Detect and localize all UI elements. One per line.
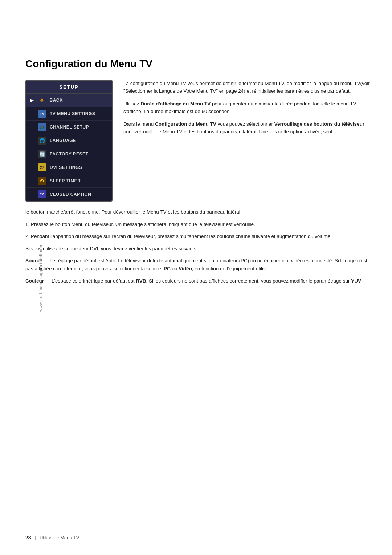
couleur-text: L'espace colorimétrique par défaut est (52, 278, 136, 284)
menu-item-tv-menu-settings[interactable]: TV TV MENU SETTINGS (26, 107, 112, 121)
footer-label: Utiliser le Menu TV (40, 535, 79, 540)
back-label: BACK (50, 98, 63, 103)
menu-item-dvi-settings[interactable]: 27 DVI SETTINGS (26, 161, 112, 174)
right-para3: Dans le menu Configuration du Menu TV vo… (123, 121, 370, 136)
page-content: Configuration du Menu TV SETUP ▶ ⚙ BACK … (25, 0, 370, 311)
source-ou: ou (171, 266, 179, 271)
para2-prefix: Utilisez (123, 101, 140, 106)
menu-mockup: SETUP ▶ ⚙ BACK TV TV MENU SETTINGS 📺 CHA… (25, 80, 113, 202)
dvi-settings-icon: 27 (38, 163, 46, 171)
step2-text: 2. Pendant l'apparition du message sur l… (25, 232, 370, 240)
tv-menu-settings-label: TV MENU SETTINGS (50, 111, 95, 116)
language-icon: 🌐 (38, 137, 46, 145)
couleur-end: . (361, 278, 363, 284)
menu-item-language[interactable]: 🌐 LANGUAGE (26, 134, 112, 147)
factory-reset-label: FACTORY RESET (50, 151, 88, 157)
tv-menu-icon: TV (38, 110, 46, 118)
sleep-timer-label: SLEEP TIMER (50, 178, 81, 183)
couleur-rvb: RVB (136, 278, 146, 284)
right-column: La configuration du Menu TV vous permet … (123, 80, 370, 141)
para3-middle: vous pouvez sélectionner (216, 121, 274, 127)
closed-caption-icon: CC (38, 190, 46, 198)
page-title: Configuration du Menu TV (25, 58, 370, 70)
menu-item-back[interactable]: ▶ ⚙ BACK (26, 94, 112, 107)
para3-suffix: pour verrouiller le Menu TV et les bouto… (123, 129, 332, 134)
page-number: 28 (25, 535, 31, 540)
footer-divider: | (35, 535, 36, 540)
menu-header: SETUP (26, 81, 112, 94)
back-icon: ⚙ (38, 96, 46, 104)
couleur-mid: . Si les couleurs ne sont pas affichées … (146, 278, 351, 284)
source-para: Source — Le réglage par défaut est Auto.… (25, 257, 370, 272)
body-text: le bouton marche/arrêt fonctionne. Pour … (25, 208, 370, 285)
channel-setup-label: CHANNEL SETUP (50, 125, 89, 130)
right-para1: La configuration du Menu TV vous permet … (123, 80, 370, 95)
source-video: Vidéo (179, 266, 192, 271)
menu-item-factory-reset[interactable]: 🔄 FACTORY RESET (26, 147, 112, 161)
step1-text: 1. Pressez le bouton Menu du téléviseur.… (25, 220, 370, 228)
sleep-timer-icon: ⏲ (38, 177, 46, 185)
couleur-dash: — (44, 278, 52, 284)
side-watermark: www.dell.com | support.dell.com (38, 243, 43, 312)
source-end: , en fonction de l'équipement utilisé. (192, 266, 270, 271)
para3-bold1: Configuration du Menu TV (155, 121, 216, 127)
para3-prefix: Dans le menu (123, 121, 155, 127)
watermark-text: www.dell.com | support.dell.com (38, 243, 43, 312)
dvi-intro-text: Si vous utilisez le connecteur DVI, vous… (25, 245, 370, 253)
para2-bold: Durée d'affichage du Menu TV (140, 101, 211, 106)
language-label: LANGUAGE (50, 138, 76, 143)
source-pc: PC (164, 266, 171, 271)
menu-item-closed-caption[interactable]: CC CLOSED CAPTION (26, 188, 112, 201)
menu-item-sleep-timer[interactable]: ⏲ SLEEP TIMER (26, 174, 112, 188)
continuation-text: le bouton marche/arrêt fonctionne. Pour … (25, 208, 370, 216)
couleur-yuv: YUV (351, 278, 361, 284)
para3-bold2: Verrouillage des boutons du téléviseur (274, 121, 364, 127)
menu-item-channel-setup[interactable]: 📺 CHANNEL SETUP (26, 121, 112, 134)
factory-reset-icon: 🔄 (38, 150, 46, 158)
couleur-para: Couleur — L'espace colorimétrique par dé… (25, 277, 370, 285)
source-dash: — (42, 258, 50, 263)
right-para2: Utilisez Durée d'affichage du Menu TV po… (123, 100, 370, 116)
page-footer: 28 | Utiliser le Menu TV (25, 535, 370, 540)
two-col-layout: SETUP ▶ ⚙ BACK TV TV MENU SETTINGS 📺 CHA… (25, 80, 370, 202)
channel-setup-icon: 📺 (38, 123, 46, 131)
dvi-settings-label: DVI SETTINGS (50, 165, 82, 170)
selected-arrow-icon: ▶ (30, 98, 34, 103)
closed-caption-label: CLOSED CAPTION (50, 192, 91, 197)
